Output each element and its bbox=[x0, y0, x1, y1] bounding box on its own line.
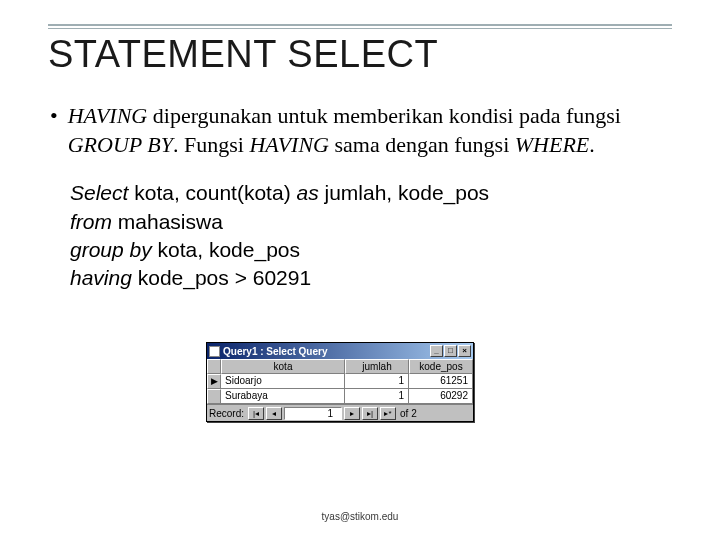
nav-label: Record: bbox=[209, 408, 244, 419]
nav-first-button[interactable]: |◂ bbox=[248, 407, 264, 420]
cell-kota[interactable]: Surabaya bbox=[221, 389, 345, 404]
close-button[interactable]: × bbox=[458, 345, 471, 357]
nav-record-input[interactable]: 1 bbox=[284, 407, 342, 420]
sql-kw-select: Select bbox=[70, 181, 128, 204]
sql-kw-groupby: group by bbox=[70, 238, 152, 261]
bullet-list: • HAVING dipergunakan untuk memberikan k… bbox=[48, 102, 672, 159]
col-header-jumlah[interactable]: jumlah bbox=[345, 359, 409, 374]
bullet-text: HAVING dipergunakan untuk memberikan kon… bbox=[68, 102, 672, 159]
window-titlebar[interactable]: Query1 : Select Query _ □ × bbox=[207, 343, 473, 359]
nav-prev-button[interactable]: ◂ bbox=[266, 407, 282, 420]
sql-kw-from: from bbox=[70, 210, 112, 233]
record-navigator: Record: |◂ ◂ 1 ▸ ▸| ▸* of 2 bbox=[207, 404, 473, 421]
sql-kw-having: having bbox=[70, 266, 132, 289]
result-grid: kota jumlah kode_pos ▶ Sidoarjo 1 61251 … bbox=[207, 359, 473, 404]
bullet-text-part: sama dengan fungsi bbox=[329, 132, 515, 157]
keyword-where: WHERE bbox=[515, 132, 590, 157]
cell-kodepos[interactable]: 60292 bbox=[409, 389, 473, 404]
bullet-dot-icon: • bbox=[50, 102, 58, 159]
cell-jumlah[interactable]: 1 bbox=[345, 374, 409, 389]
sql-line-4: having kode_pos > 60291 bbox=[70, 264, 672, 292]
slide: STATEMENT SELECT • HAVING dipergunakan u… bbox=[0, 0, 720, 540]
window-app-icon bbox=[209, 346, 220, 357]
title-rule-outer: STATEMENT SELECT bbox=[48, 24, 672, 76]
cell-kodepos[interactable]: 61251 bbox=[409, 374, 473, 389]
bullet-item: • HAVING dipergunakan untuk memberikan k… bbox=[70, 102, 672, 159]
nav-last-button[interactable]: ▸| bbox=[362, 407, 378, 420]
row-selector[interactable]: ▶ bbox=[207, 374, 221, 389]
footer-email: tyas@stikom.edu bbox=[0, 511, 720, 522]
query-result-window: Query1 : Select Query _ □ × kota jumlah … bbox=[206, 342, 474, 422]
window-title: Query1 : Select Query bbox=[223, 346, 328, 357]
sql-code: Select kota, count(kota) as jumlah, kode… bbox=[48, 179, 672, 292]
nav-next-button[interactable]: ▸ bbox=[344, 407, 360, 420]
sql-line-1: Select kota, count(kota) as jumlah, kode… bbox=[70, 179, 672, 207]
minimize-button[interactable]: _ bbox=[430, 345, 443, 357]
nav-new-button[interactable]: ▸* bbox=[380, 407, 396, 420]
sql-text: kota, count(kota) bbox=[128, 181, 296, 204]
title-rule-inner: STATEMENT SELECT bbox=[48, 28, 672, 76]
bullet-text-part: dipergunakan untuk memberikan kondisi pa… bbox=[147, 103, 621, 128]
sql-text: kota, kode_pos bbox=[152, 238, 300, 261]
sql-text: jumlah, kode_pos bbox=[319, 181, 489, 204]
sql-line-2: from mahasiswa bbox=[70, 208, 672, 236]
maximize-button[interactable]: □ bbox=[444, 345, 457, 357]
sql-line-3: group by kota, kode_pos bbox=[70, 236, 672, 264]
nav-of-count: 2 bbox=[411, 408, 417, 419]
keyword-having-2: HAVING bbox=[249, 132, 329, 157]
slide-title: STATEMENT SELECT bbox=[48, 33, 672, 76]
nav-of-label: of 2 bbox=[400, 408, 417, 419]
row-selector[interactable] bbox=[207, 389, 221, 404]
keyword-having: HAVING bbox=[68, 103, 148, 128]
cell-kota[interactable]: Sidoarjo bbox=[221, 374, 345, 389]
sql-text: kode_pos > 60291 bbox=[132, 266, 311, 289]
col-header-kodepos[interactable]: kode_pos bbox=[409, 359, 473, 374]
bullet-text-part: . Fungsi bbox=[173, 132, 249, 157]
cell-jumlah[interactable]: 1 bbox=[345, 389, 409, 404]
nav-of-text: of bbox=[400, 408, 411, 419]
keyword-groupby: GROUP BY bbox=[68, 132, 173, 157]
col-header-kota[interactable]: kota bbox=[221, 359, 345, 374]
window-buttons: _ □ × bbox=[430, 345, 471, 357]
grid-corner[interactable] bbox=[207, 359, 221, 374]
sql-kw-as: as bbox=[296, 181, 318, 204]
sql-text: mahasiswa bbox=[112, 210, 223, 233]
bullet-text-part: . bbox=[589, 132, 595, 157]
